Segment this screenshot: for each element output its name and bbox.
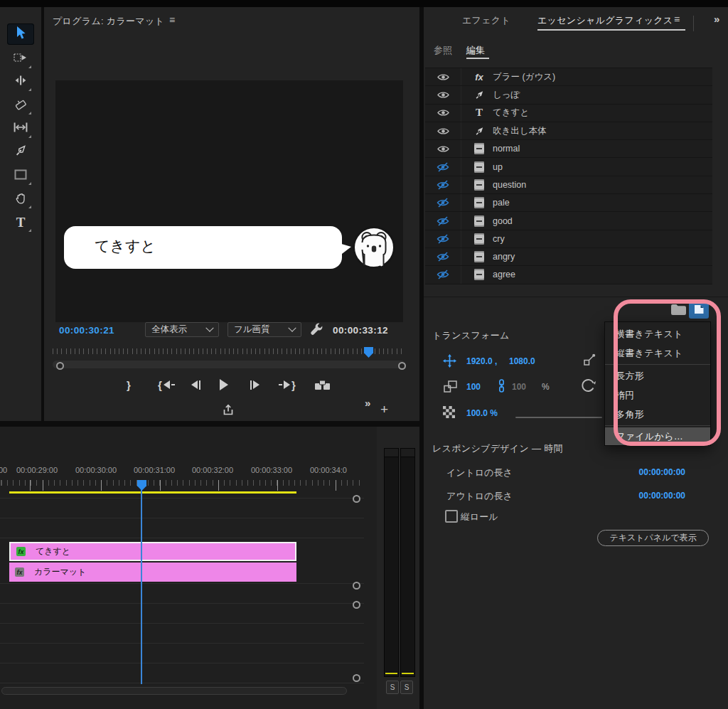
opacity-slider[interactable] — [515, 417, 602, 418]
anchor-point-icon[interactable] — [582, 353, 596, 371]
layer-row[interactable]: normal — [425, 140, 712, 158]
go-to-in-button[interactable]: { — [158, 377, 175, 393]
layer-row[interactable]: up — [425, 158, 712, 176]
layer-row[interactable]: agree — [425, 266, 712, 284]
panel-menu-icon[interactable]: ≡ — [674, 14, 680, 25]
layer-row[interactable]: pale — [425, 194, 712, 212]
new-layer-button[interactable] — [689, 300, 709, 319]
tab-effects[interactable]: エフェクト — [462, 14, 510, 27]
video-preview[interactable]: てきすと — [55, 80, 403, 322]
step-back-button[interactable] — [191, 377, 200, 393]
track-scrollbar-handle[interactable] — [353, 674, 360, 682]
roll-checkbox[interactable] — [445, 510, 458, 523]
track-scrollbar-handle[interactable] — [353, 495, 360, 503]
layer-label: ブラー (ガウス) — [493, 71, 555, 83]
scale-icon — [443, 380, 458, 396]
solo-right-button[interactable]: S — [400, 681, 413, 694]
solo-left-button[interactable]: S — [386, 681, 399, 694]
zoom-level-select[interactable]: 全体表示 — [145, 322, 219, 337]
layer-row[interactable]: fx ブラー (ガウス) — [425, 68, 712, 86]
show-in-text-panel-button[interactable]: テキストパネルで表示 — [597, 530, 709, 546]
outro-duration-value[interactable]: 00:00:00:00 — [637, 491, 685, 501]
track-select-forward-tool-icon — [14, 53, 28, 65]
visibility-eye-icon[interactable] — [425, 122, 461, 139]
visibility-eye-off-icon[interactable] — [425, 266, 461, 283]
rectangle-tool-button[interactable] — [9, 165, 33, 186]
new-layer-folder-icon[interactable] — [670, 304, 687, 319]
layer-row[interactable]: しっぽ — [425, 86, 712, 104]
track-select-forward-tool-button[interactable] — [9, 48, 33, 70]
scrollbar-left-handle[interactable] — [56, 362, 64, 370]
visibility-eye-off-icon[interactable] — [425, 158, 461, 175]
subtab-browse[interactable]: 参照 — [434, 44, 452, 57]
timeline-ruler[interactable] — [0, 480, 364, 491]
comparison-view-button[interactable] — [314, 377, 331, 393]
scrollbar-right-handle[interactable] — [398, 362, 406, 370]
visibility-eye-icon[interactable] — [425, 68, 461, 85]
timeline-horizontal-scrollbar[interactable] — [1, 687, 347, 695]
visibility-eye-icon[interactable] — [425, 140, 461, 157]
add-marker-button[interactable]: } — [127, 377, 131, 393]
ripple-edit-tool-button[interactable] — [9, 71, 33, 92]
monitor-scrollbar[interactable] — [53, 361, 405, 368]
menu-item-polygon[interactable]: 多角形 — [605, 405, 710, 424]
playback-quality-select[interactable]: フル画質 — [228, 322, 301, 337]
pen-tool-button[interactable] — [9, 142, 33, 163]
layer-row[interactable]: 吹き出し本体 — [425, 122, 712, 140]
track-scrollbar-handle[interactable] — [353, 601, 360, 609]
current-timecode[interactable]: 00:00:30:21 — [59, 325, 114, 336]
intro-duration-value[interactable]: 00:00:00:00 — [637, 467, 685, 477]
settings-wrench-icon[interactable] — [309, 322, 323, 339]
razor-tool-icon — [14, 98, 28, 113]
work-area-bar[interactable] — [9, 491, 296, 494]
active-tab-underline — [537, 29, 685, 31]
position-x-value[interactable]: 1920.0 — [466, 356, 493, 366]
rotation-icon[interactable] — [580, 377, 597, 397]
menu-item-from-file[interactable]: ファイルから… — [605, 427, 710, 445]
layer-row[interactable]: cry — [425, 230, 712, 248]
visibility-eye-icon[interactable] — [425, 86, 461, 103]
menu-item-vertical-text[interactable]: 縦書きテキスト — [605, 343, 710, 363]
visibility-eye-off-icon[interactable] — [425, 248, 461, 265]
selection-tool-button[interactable] — [7, 23, 34, 45]
ruler-label: 00:00:34:0 — [310, 466, 347, 474]
visibility-eye-off-icon[interactable] — [425, 230, 461, 247]
export-frame-button[interactable] — [222, 403, 235, 418]
effect-fx-icon: fx — [471, 72, 487, 82]
opacity-value[interactable]: 100.0 % — [466, 408, 498, 418]
scale-height-value[interactable]: 100 — [512, 382, 526, 392]
track-scrollbar-handle[interactable] — [353, 582, 360, 590]
go-to-out-button[interactable]: } — [279, 377, 296, 393]
menu-item-horizontal-text[interactable]: 横書きテキスト — [605, 324, 710, 343]
visibility-eye-off-icon[interactable] — [425, 176, 461, 193]
position-y-value[interactable]: 1080.0 — [509, 356, 535, 366]
monitor-time-ruler[interactable] — [53, 348, 405, 357]
step-forward-button[interactable] — [250, 377, 259, 393]
visibility-eye-icon[interactable] — [425, 105, 461, 122]
play-button[interactable] — [220, 377, 228, 393]
timeline-clip-tekisuto[interactable]: fx てきすと — [9, 542, 296, 561]
type-tool-button[interactable]: T — [9, 212, 33, 233]
tab-essential-graphics[interactable]: エッセンシャルグラフィックス — [537, 14, 673, 27]
visibility-eye-off-icon[interactable] — [425, 194, 461, 211]
layer-row[interactable]: question — [425, 176, 712, 194]
layer-row[interactable]: T てきすと — [425, 105, 712, 122]
menu-item-rectangle[interactable]: 長方形 — [605, 366, 710, 385]
panel-menu-icon[interactable]: ≡ — [169, 14, 175, 26]
link-scale-icon[interactable] — [498, 379, 505, 395]
more-panels-chevron[interactable]: » — [714, 13, 719, 25]
panel-divider-horizontal — [0, 421, 419, 427]
comparison-view-icon — [314, 380, 331, 390]
menu-item-ellipse[interactable]: 楕円 — [605, 385, 710, 405]
layer-row[interactable]: angry — [425, 248, 712, 266]
layer-row[interactable]: good — [425, 212, 712, 230]
razor-tool-button[interactable] — [9, 95, 33, 116]
more-controls-chevron[interactable]: » — [365, 397, 370, 409]
subtab-edit[interactable]: 編集 — [466, 44, 485, 57]
timeline-clip-colormatte[interactable]: fx カラーマット — [9, 563, 296, 582]
slip-tool-button[interactable] — [9, 118, 33, 139]
scale-value[interactable]: 100 — [466, 382, 481, 392]
add-button[interactable]: + — [380, 402, 388, 417]
hand-tool-button[interactable] — [9, 188, 33, 210]
visibility-eye-off-icon[interactable] — [425, 212, 461, 229]
